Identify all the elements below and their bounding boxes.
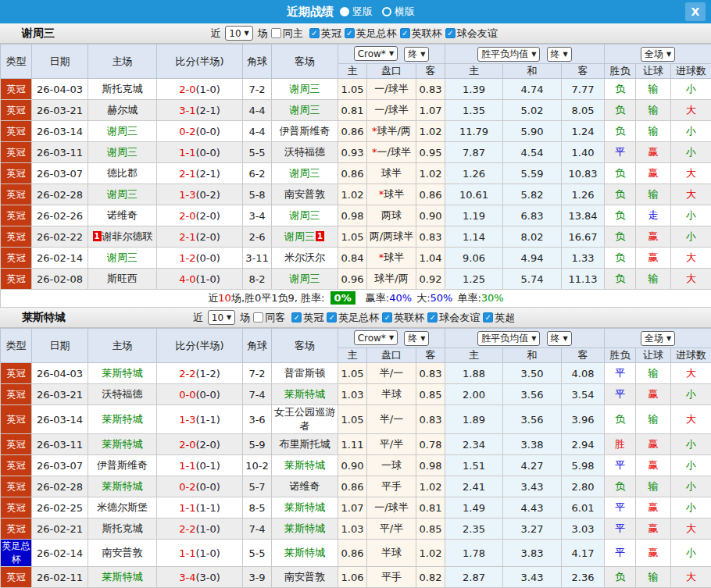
league-filter[interactable]: ✓英足总杯 (345, 27, 397, 41)
away-odds: 0.83 (416, 405, 445, 434)
near-count-select[interactable]: 10▼ (225, 26, 252, 41)
changed-line-star: * (372, 125, 377, 137)
checkbox-icon[interactable]: ✓ (345, 28, 355, 38)
checkbox-icon[interactable]: ✓ (483, 312, 493, 323)
league-filter[interactable]: ✓英冠 (309, 27, 341, 41)
summary-stat: 大:50% (416, 292, 452, 304)
final-odds-select-2[interactable]: 终▼ (547, 331, 572, 346)
away-odds: 0.85 (416, 519, 445, 540)
home-team-name: 谢周三 (107, 125, 138, 137)
league-filter[interactable]: ✓英足总杯 (327, 311, 379, 325)
league-type-badge: 英冠 (1, 384, 32, 405)
avg-draw-odds: 4.94 (503, 248, 562, 269)
same-venue-filter[interactable]: 同主 (271, 27, 303, 41)
half-time-score: (0-2) (195, 189, 220, 201)
subcol-goals: 进球数 (671, 64, 711, 79)
away-team: 普雷斯顿 (272, 363, 338, 384)
col-date: 日期 (32, 329, 88, 363)
league-filter[interactable]: ✓英联杯 (382, 311, 424, 325)
avg-home-odds: 1.88 (445, 363, 503, 384)
avg-odds-select[interactable]: 胜平负均值▼ (477, 331, 540, 346)
stat-label: 单率: (457, 292, 481, 304)
final-odds-select-1[interactable]: 终▼ (404, 47, 429, 62)
bookmaker-select[interactable]: Crow*▼ (354, 330, 398, 345)
away-team: 伊普斯维奇 (272, 121, 338, 142)
checkbox-icon[interactable]: ✓ (445, 28, 456, 38)
home-odds: 1.02 (338, 184, 367, 205)
scope-select[interactable]: 全场▼ (641, 47, 675, 62)
league-type-badge: 英冠 (1, 405, 32, 434)
layout-radio-horizontal[interactable]: 横版 (382, 5, 415, 19)
match-date: 26-02-08 (32, 269, 88, 290)
away-team: 沃特福德 (272, 142, 338, 163)
handicap-result: 输 (636, 476, 671, 497)
handicap-result: 输 (636, 100, 671, 121)
final-odds-select-2[interactable]: 终▼ (547, 47, 572, 62)
avg-draw-odds: 4.74 (503, 79, 562, 100)
checkbox-icon[interactable]: ✓ (309, 28, 320, 38)
checkbox-icon[interactable]: ✓ (400, 28, 410, 38)
handicap-line: 两/两球半 (367, 226, 416, 248)
scope-select[interactable]: 全场▼ (641, 331, 675, 346)
subcol-avg-draw: 和 (503, 64, 562, 79)
league-type-badge: 英冠 (1, 567, 32, 588)
checkbox-icon[interactable] (253, 312, 263, 323)
handicap-result: 输 (636, 363, 671, 384)
goals-result: 大 (671, 184, 711, 205)
corner-score: 3-11 (243, 248, 272, 269)
checkbox-icon[interactable] (271, 28, 281, 38)
score-cell: 4-0(1-0) (157, 269, 243, 290)
goals-result: 大 (671, 405, 711, 434)
avg-away-odds: 3.03 (562, 519, 605, 540)
match-result: 负 (605, 248, 636, 269)
league-filter[interactable]: ✓英联杯 (400, 27, 442, 41)
league-filter[interactable]: ✓英超 (483, 311, 515, 325)
half-time-score: (2-0) (195, 439, 220, 451)
avg-odds-select[interactable]: 胜平负均值▼ (477, 47, 540, 62)
checkbox-icon[interactable]: ✓ (291, 312, 302, 323)
league-filter[interactable]: ✓球会友谊 (445, 27, 498, 41)
corner-score: 8-2 (243, 269, 272, 290)
checkbox-icon[interactable]: ✓ (327, 312, 337, 323)
chevron-down-icon: ▼ (389, 50, 394, 57)
checkbox-icon[interactable]: ✓ (427, 312, 438, 323)
corner-score: 7-4 (243, 384, 272, 405)
half-time-score: (0-0) (195, 126, 220, 137)
bookmaker-select[interactable]: Crow*▼ (354, 46, 398, 61)
score-cell: 0-2(0-0) (157, 476, 243, 497)
goals-result: 大 (671, 248, 711, 269)
score-cell: 1-1(1-0) (157, 540, 243, 567)
same-venue-filter[interactable]: 同客 (253, 311, 285, 325)
home-team: 谢周三 (88, 142, 157, 163)
checkbox-icon[interactable]: ✓ (382, 312, 392, 323)
match-result: 负 (605, 121, 636, 142)
radio-unselected-icon[interactable] (382, 7, 391, 16)
goals-result: 大 (671, 567, 711, 588)
final-odds-select-1[interactable]: 终▼ (404, 331, 429, 346)
match-date: 26-02-11 (32, 567, 88, 588)
chevron-down-icon: ▼ (563, 51, 568, 58)
away-team-name: 沃特福德 (284, 146, 325, 158)
league-filter[interactable]: ✓球会友谊 (427, 311, 480, 325)
corner-score: 6-2 (243, 163, 272, 184)
layout-radio-vertical[interactable]: 竖版 (340, 5, 373, 19)
away-odds: 1.02 (416, 163, 445, 184)
avg-away-odds: 1.33 (562, 248, 605, 269)
home-team: 莱斯特城 (88, 405, 157, 434)
league-type-badge: 英冠 (1, 455, 32, 476)
league-filter[interactable]: ✓英冠 (291, 311, 323, 325)
goals-result: 大 (671, 519, 711, 540)
league-filter-label: 球会友谊 (457, 27, 498, 41)
radio-selected-icon[interactable] (340, 7, 349, 16)
handicap-line: 球半 (367, 163, 416, 184)
close-button[interactable]: X (685, 2, 706, 21)
changed-line-star: * (379, 251, 384, 263)
section-header-team2: 莱斯特城 近 10▼ 场 同客 ✓英冠✓英足总杯✓英联杯✓球会友谊✓英超 (0, 308, 711, 328)
home-odds: 0.93 (338, 142, 367, 163)
home-team-name: 莱斯特城 (102, 438, 143, 450)
match-date: 26-04-03 (32, 79, 88, 100)
near-count-select[interactable]: 10▼ (208, 310, 235, 325)
away-team: 莱斯特城 (272, 455, 338, 476)
avg-home-odds: 2.87 (445, 567, 503, 588)
half-time-score: (3-0) (195, 572, 220, 583)
